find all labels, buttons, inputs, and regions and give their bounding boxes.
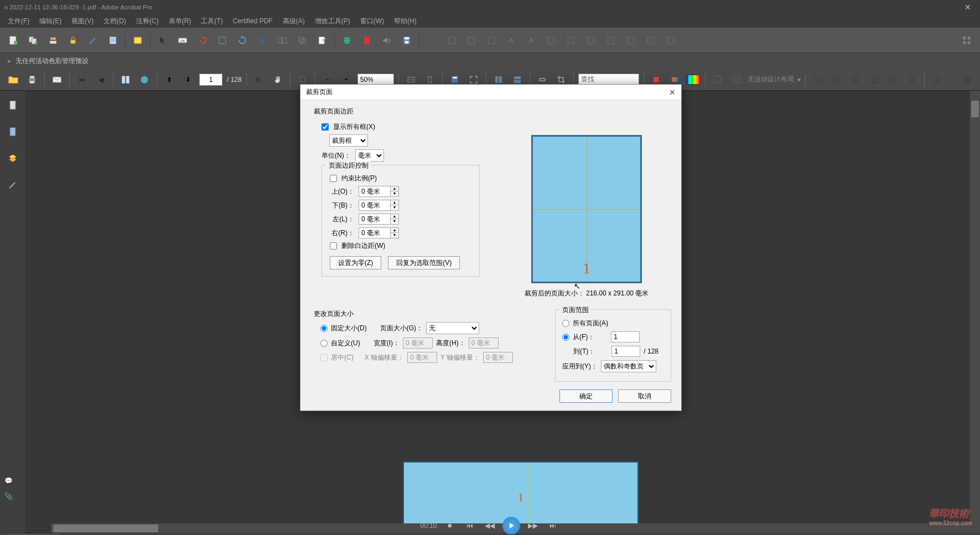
- web-icon[interactable]: [137, 72, 152, 87]
- text-tool2-icon[interactable]: A: [522, 32, 540, 49]
- right-spin-down[interactable]: ▼: [391, 233, 398, 238]
- undo-icon[interactable]: [194, 32, 211, 49]
- tool-j-icon[interactable]: [662, 32, 680, 49]
- extra-6-icon[interactable]: ▢: [904, 72, 920, 87]
- attachments-icon[interactable]: 📎: [4, 492, 13, 500]
- pages-panel-icon[interactable]: [118, 72, 133, 87]
- bottom-spin-down[interactable]: ▼: [391, 205, 398, 210]
- layout-icon[interactable]: [710, 72, 725, 87]
- extra-1-icon[interactable]: ▢: [810, 72, 826, 87]
- crop-box-select[interactable]: 裁剪框: [329, 134, 368, 147]
- bottom-input[interactable]: [359, 200, 391, 211]
- compare-icon[interactable]: [273, 32, 291, 49]
- toolbar2-overflow-icon[interactable]: ▢: [959, 72, 974, 87]
- menu-forms[interactable]: 表单(R): [164, 15, 196, 27]
- layout2-icon[interactable]: [729, 72, 744, 87]
- tool-a-icon[interactable]: [443, 32, 460, 49]
- top-spin-up[interactable]: ▲: [391, 186, 398, 191]
- dropdown-icon[interactable]: [129, 32, 147, 49]
- menu-comments[interactable]: 注释(C): [132, 15, 163, 27]
- constrain-checkbox[interactable]: [330, 175, 337, 182]
- save-icon[interactable]: [398, 32, 416, 49]
- stop-icon[interactable]: ■: [443, 518, 457, 533]
- color-spectrum-icon[interactable]: [686, 75, 701, 85]
- right-spin-up[interactable]: ▲: [391, 228, 398, 233]
- secure-icon[interactable]: [64, 32, 82, 49]
- show-all-boxes-checkbox[interactable]: [322, 123, 329, 131]
- overlay-icon[interactable]: [293, 32, 311, 49]
- extra-5-icon[interactable]: ▢: [885, 72, 901, 87]
- text-tool-icon[interactable]: A: [502, 32, 520, 49]
- menu-advanced[interactable]: 高级(A): [278, 15, 309, 27]
- fixed-size-radio[interactable]: [320, 325, 328, 332]
- ok-badge-icon[interactable]: OK: [174, 32, 191, 49]
- menu-tools[interactable]: 工具(T): [196, 15, 227, 27]
- from-radio[interactable]: [562, 334, 569, 341]
- tool-f-icon[interactable]: [582, 32, 600, 49]
- skip-back-icon[interactable]: ⏮: [463, 518, 477, 533]
- crop-tool-icon[interactable]: [423, 32, 440, 49]
- to-input[interactable]: [611, 346, 640, 357]
- hand-tool-icon[interactable]: [270, 72, 286, 87]
- extra-4-icon[interactable]: ▢: [867, 72, 882, 87]
- cancel-button[interactable]: 取消: [618, 389, 671, 403]
- select-tool-icon[interactable]: [251, 72, 267, 87]
- set-to-zero-button[interactable]: 设置为零(Z): [330, 256, 381, 269]
- nav-prev-icon[interactable]: ◀: [93, 72, 108, 87]
- tool-b-icon[interactable]: [463, 32, 480, 49]
- menu-help[interactable]: 帮助(H): [390, 15, 421, 27]
- layers-icon[interactable]: [5, 150, 20, 166]
- forward-icon[interactable]: ▶▶: [526, 518, 540, 533]
- dialog-close-icon[interactable]: ✕: [669, 88, 676, 97]
- menu-certified[interactable]: Certified PDF: [229, 16, 277, 26]
- top-spin-down[interactable]: ▼: [391, 191, 398, 196]
- forms-icon[interactable]: [104, 32, 122, 49]
- tool-h-icon[interactable]: [622, 32, 640, 49]
- left-spin-up[interactable]: ▲: [391, 214, 398, 219]
- email-icon[interactable]: [49, 72, 65, 87]
- left-spin-down[interactable]: ▼: [391, 219, 398, 224]
- edit-page-icon[interactable]: [313, 32, 331, 49]
- top-input[interactable]: [359, 186, 391, 197]
- audio-icon[interactable]: [378, 32, 396, 49]
- menu-window[interactable]: 窗口(W): [356, 15, 388, 27]
- select-arrow-icon[interactable]: [154, 32, 172, 49]
- signatures-icon[interactable]: [5, 177, 20, 193]
- all-pages-radio[interactable]: [562, 320, 569, 327]
- collaborate-icon[interactable]: [44, 32, 62, 49]
- bookmark-icon[interactable]: [5, 124, 20, 139]
- page-size-select[interactable]: 无: [426, 322, 479, 334]
- tool-i-icon[interactable]: [642, 32, 660, 49]
- vertical-scrollbar[interactable]: [970, 91, 980, 533]
- layout-dropdown-icon[interactable]: ▾: [797, 76, 801, 84]
- revert-selection-button[interactable]: 回复为选取范围(V): [388, 256, 460, 269]
- print-icon[interactable]: [24, 72, 40, 87]
- menu-plugins[interactable]: 增效工具(P): [310, 15, 355, 27]
- menu-view[interactable]: 视图(V): [67, 15, 98, 27]
- new-document-icon[interactable]: [4, 32, 22, 49]
- extra-3-icon[interactable]: ▢: [848, 72, 863, 87]
- dialog-titlebar[interactable]: 裁剪页面 ✕: [300, 85, 681, 100]
- right-input[interactable]: [359, 227, 391, 238]
- tool-g-icon[interactable]: [602, 32, 620, 49]
- apply-to-select[interactable]: 偶数和奇数页: [601, 360, 656, 372]
- from-input[interactable]: [611, 331, 640, 342]
- left-input[interactable]: [359, 214, 391, 225]
- nav-first-icon[interactable]: ⏮: [74, 72, 90, 87]
- tool-e-icon[interactable]: [562, 32, 580, 49]
- skip-fwd-icon[interactable]: ⏭: [546, 518, 560, 533]
- custom-size-radio[interactable]: [320, 340, 328, 347]
- tool-c-icon[interactable]: [483, 32, 500, 49]
- bottom-spin-up[interactable]: ▲: [391, 200, 398, 205]
- comments-icon[interactable]: 💬: [4, 477, 13, 485]
- menu-document[interactable]: 文档(D): [99, 15, 131, 27]
- unit-select[interactable]: 毫米: [355, 149, 384, 162]
- play-icon[interactable]: [502, 517, 520, 534]
- refresh-icon[interactable]: [234, 32, 251, 49]
- window-close-icon[interactable]: ✕: [965, 3, 971, 12]
- red-book-icon[interactable]: [358, 32, 376, 49]
- ok-button[interactable]: 确定: [559, 389, 613, 403]
- sign-icon[interactable]: [84, 32, 102, 49]
- page-down-icon[interactable]: ⬇: [180, 72, 196, 87]
- cut-icon[interactable]: [214, 32, 231, 49]
